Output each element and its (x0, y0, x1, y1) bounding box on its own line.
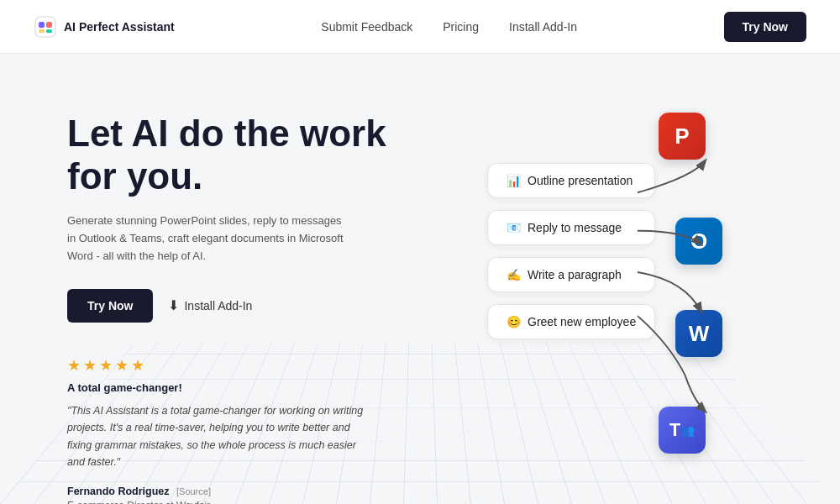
logo-text: AI Perfect Assistant (64, 20, 175, 34)
reviewer-source: [Source] (176, 486, 211, 496)
hero-title: Let AI do the work for you. (67, 113, 437, 197)
svg-rect-3 (39, 29, 45, 33)
hero-try-now-button[interactable]: Try Now (67, 289, 153, 323)
nav-install-addin[interactable]: Install Add-In (509, 20, 577, 34)
svg-rect-0 (35, 17, 55, 37)
cta-row: Try Now ⬇ Install Add-In (67, 289, 437, 323)
svg-rect-4 (46, 29, 52, 33)
star-4: ★ (115, 356, 129, 375)
reviewer-job-title: E-commerce Director at Wayfair (67, 500, 437, 504)
word-icon: W (675, 310, 722, 357)
star-5: ★ (131, 356, 144, 375)
outlook-icon: O (675, 218, 722, 265)
outline-emoji: 📊 (507, 174, 521, 187)
reply-emoji: 📧 (507, 221, 521, 234)
nav-submit-feedback[interactable]: Submit Feedback (321, 20, 412, 34)
reviewer-name: Fernando Rodriguez (67, 486, 170, 497)
install-addin-button[interactable]: ⬇ Install Add-In (168, 297, 252, 313)
main-content: Let AI do the work for you. Generate stu… (0, 54, 840, 504)
left-column: Let AI do the work for you. Generate stu… (67, 104, 437, 504)
write-emoji: ✍️ (507, 268, 521, 281)
right-column: 📊 Outline presentation 📧 Reply to messag… (470, 96, 773, 449)
reviewer-info: Fernando Rodriguez [Source] E-commerce D… (67, 483, 437, 504)
svg-rect-2 (46, 22, 52, 28)
action-cards: 📊 Outline presentation 📧 Reply to messag… (487, 163, 655, 339)
svg-rect-1 (39, 22, 45, 28)
star-rating: ★ ★ ★ ★ ★ (67, 356, 437, 375)
logo: AI Perfect Assistant (34, 15, 175, 39)
star-1: ★ (67, 356, 81, 375)
nav-pricing[interactable]: Pricing (443, 20, 479, 34)
action-card-outline[interactable]: 📊 Outline presentation (487, 163, 655, 198)
review-title: A total game-changer! (67, 381, 437, 394)
download-icon: ⬇ (168, 297, 179, 313)
star-2: ★ (83, 356, 97, 375)
navbar-links: Submit Feedback Pricing Install Add-In (321, 20, 577, 34)
logo-icon (34, 15, 57, 39)
review-text: "This AI Assistant is a total game-chang… (67, 402, 370, 472)
hero-description: Generate stunning PowerPoint slides, rep… (67, 213, 353, 265)
star-3: ★ (99, 356, 113, 375)
action-card-reply[interactable]: 📧 Reply to message (487, 210, 655, 245)
action-card-write[interactable]: ✍️ Write a paragraph (487, 257, 655, 292)
navbar: AI Perfect Assistant Submit Feedback Pri… (0, 0, 840, 54)
teams-icon: T 👥 (659, 407, 706, 454)
greet-emoji: 😊 (507, 315, 521, 328)
navbar-try-now-button[interactable]: Try Now (724, 12, 806, 42)
action-card-greet[interactable]: 😊 Greet new employee (487, 304, 655, 339)
powerpoint-icon: P (659, 113, 706, 160)
